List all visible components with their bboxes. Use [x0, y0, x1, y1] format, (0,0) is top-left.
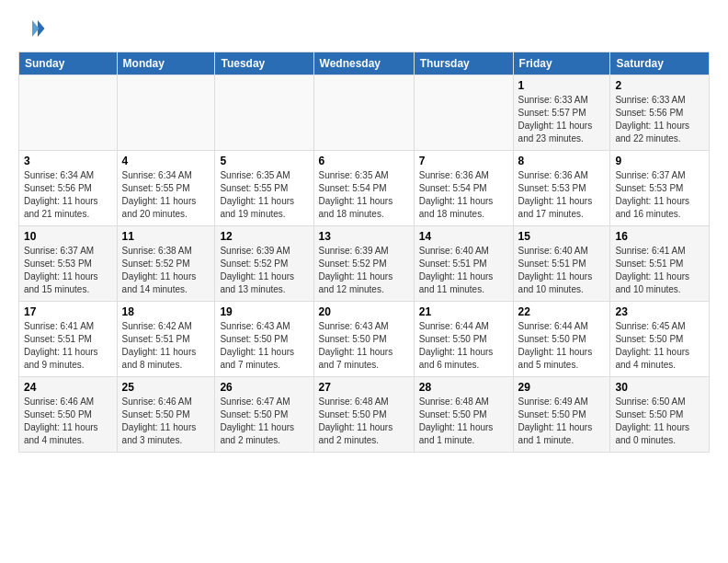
day-header-thursday: Thursday: [414, 52, 513, 75]
calendar-cell: 28Sunrise: 6:48 AM Sunset: 5:50 PM Dayli…: [414, 377, 513, 453]
day-number: 16: [615, 230, 704, 243]
day-number: 23: [615, 305, 704, 318]
day-info: Sunrise: 6:41 AM Sunset: 5:51 PM Dayligh…: [615, 245, 704, 296]
calendar-week-1: 3Sunrise: 6:34 AM Sunset: 5:56 PM Daylig…: [19, 151, 710, 226]
calendar-cell: 4Sunrise: 6:34 AM Sunset: 5:55 PM Daylig…: [117, 151, 215, 226]
day-number: 11: [122, 230, 210, 243]
day-info: Sunrise: 6:33 AM Sunset: 5:56 PM Dayligh…: [615, 94, 704, 145]
day-number: 9: [615, 155, 704, 167]
day-info: Sunrise: 6:40 AM Sunset: 5:51 PM Dayligh…: [419, 245, 508, 296]
calendar-cell: [215, 75, 313, 151]
day-info: Sunrise: 6:43 AM Sunset: 5:50 PM Dayligh…: [319, 320, 409, 372]
day-info: Sunrise: 6:49 AM Sunset: 5:50 PM Dayligh…: [518, 396, 606, 447]
day-header-monday: Monday: [117, 52, 215, 75]
calendar-cell: 11Sunrise: 6:38 AM Sunset: 5:52 PM Dayli…: [117, 226, 215, 302]
day-info: Sunrise: 6:42 AM Sunset: 5:51 PM Dayligh…: [122, 320, 210, 372]
calendar-table: SundayMondayTuesdayWednesdayThursdayFrid…: [18, 52, 710, 453]
day-number: 27: [319, 381, 409, 394]
calendar-cell: 30Sunrise: 6:50 AM Sunset: 5:50 PM Dayli…: [610, 377, 710, 453]
calendar-cell: 8Sunrise: 6:36 AM Sunset: 5:53 PM Daylig…: [513, 151, 610, 226]
day-info: Sunrise: 6:46 AM Sunset: 5:50 PM Dayligh…: [24, 396, 112, 447]
calendar-cell: [414, 75, 513, 151]
day-number: 1: [518, 79, 606, 92]
day-number: 17: [24, 305, 112, 318]
calendar-cell: 15Sunrise: 6:40 AM Sunset: 5:51 PM Dayli…: [513, 226, 610, 302]
day-number: 28: [419, 381, 508, 394]
day-number: 15: [518, 230, 606, 243]
day-info: Sunrise: 6:38 AM Sunset: 5:52 PM Dayligh…: [122, 245, 210, 296]
day-number: 14: [419, 230, 508, 243]
day-header-friday: Friday: [513, 52, 610, 75]
calendar-cell: 9Sunrise: 6:37 AM Sunset: 5:53 PM Daylig…: [610, 151, 710, 226]
day-number: 26: [220, 381, 308, 394]
day-number: 18: [122, 305, 210, 318]
calendar-cell: [117, 75, 215, 151]
day-info: Sunrise: 6:48 AM Sunset: 5:50 PM Dayligh…: [419, 396, 508, 447]
calendar-cell: 24Sunrise: 6:46 AM Sunset: 5:50 PM Dayli…: [19, 377, 118, 453]
day-info: Sunrise: 6:45 AM Sunset: 5:50 PM Dayligh…: [615, 320, 704, 372]
calendar-week-4: 24Sunrise: 6:46 AM Sunset: 5:50 PM Dayli…: [19, 377, 710, 453]
header: [18, 15, 710, 42]
day-number: 19: [220, 305, 308, 318]
calendar-cell: 17Sunrise: 6:41 AM Sunset: 5:51 PM Dayli…: [19, 302, 118, 377]
page: SundayMondayTuesdayWednesdayThursdayFrid…: [0, 0, 728, 563]
calendar-cell: 18Sunrise: 6:42 AM Sunset: 5:51 PM Dayli…: [117, 302, 215, 377]
calendar-week-2: 10Sunrise: 6:37 AM Sunset: 5:53 PM Dayli…: [19, 226, 710, 302]
calendar-cell: 14Sunrise: 6:40 AM Sunset: 5:51 PM Dayli…: [414, 226, 513, 302]
calendar-cell: 13Sunrise: 6:39 AM Sunset: 5:52 PM Dayli…: [313, 226, 414, 302]
day-info: Sunrise: 6:46 AM Sunset: 5:50 PM Dayligh…: [122, 396, 210, 447]
calendar-cell: 19Sunrise: 6:43 AM Sunset: 5:50 PM Dayli…: [215, 302, 313, 377]
calendar-header-row: SundayMondayTuesdayWednesdayThursdayFrid…: [19, 52, 710, 75]
calendar-cell: [313, 75, 414, 151]
day-info: Sunrise: 6:33 AM Sunset: 5:57 PM Dayligh…: [518, 94, 606, 145]
day-number: 8: [518, 155, 606, 167]
day-number: 10: [24, 230, 112, 243]
day-info: Sunrise: 6:37 AM Sunset: 5:53 PM Dayligh…: [615, 169, 704, 221]
calendar-cell: 29Sunrise: 6:49 AM Sunset: 5:50 PM Dayli…: [513, 377, 610, 453]
logo: [18, 15, 50, 42]
day-info: Sunrise: 6:40 AM Sunset: 5:51 PM Dayligh…: [518, 245, 606, 296]
day-number: 12: [220, 230, 308, 243]
day-number: 13: [319, 230, 409, 243]
day-info: Sunrise: 6:47 AM Sunset: 5:50 PM Dayligh…: [220, 396, 308, 447]
day-number: 5: [220, 155, 308, 167]
day-info: Sunrise: 6:35 AM Sunset: 5:54 PM Dayligh…: [319, 169, 409, 221]
day-info: Sunrise: 6:36 AM Sunset: 5:54 PM Dayligh…: [419, 169, 508, 221]
day-info: Sunrise: 6:44 AM Sunset: 5:50 PM Dayligh…: [419, 320, 508, 372]
day-number: 30: [615, 381, 704, 394]
day-number: 4: [122, 155, 210, 167]
calendar-cell: 22Sunrise: 6:44 AM Sunset: 5:50 PM Dayli…: [513, 302, 610, 377]
calendar-cell: 10Sunrise: 6:37 AM Sunset: 5:53 PM Dayli…: [19, 226, 118, 302]
calendar-week-0: 1Sunrise: 6:33 AM Sunset: 5:57 PM Daylig…: [19, 75, 710, 151]
day-number: 7: [419, 155, 508, 167]
calendar-cell: 23Sunrise: 6:45 AM Sunset: 5:50 PM Dayli…: [610, 302, 710, 377]
day-header-tuesday: Tuesday: [215, 52, 313, 75]
calendar-cell: 1Sunrise: 6:33 AM Sunset: 5:57 PM Daylig…: [513, 75, 610, 151]
calendar-cell: 2Sunrise: 6:33 AM Sunset: 5:56 PM Daylig…: [610, 75, 710, 151]
day-info: Sunrise: 6:48 AM Sunset: 5:50 PM Dayligh…: [319, 396, 409, 447]
calendar-cell: 6Sunrise: 6:35 AM Sunset: 5:54 PM Daylig…: [313, 151, 414, 226]
day-number: 21: [419, 305, 508, 318]
calendar-week-3: 17Sunrise: 6:41 AM Sunset: 5:51 PM Dayli…: [19, 302, 710, 377]
day-info: Sunrise: 6:43 AM Sunset: 5:50 PM Dayligh…: [220, 320, 308, 372]
day-info: Sunrise: 6:34 AM Sunset: 5:55 PM Dayligh…: [122, 169, 210, 221]
calendar-cell: 16Sunrise: 6:41 AM Sunset: 5:51 PM Dayli…: [610, 226, 710, 302]
calendar-cell: 21Sunrise: 6:44 AM Sunset: 5:50 PM Dayli…: [414, 302, 513, 377]
day-number: 2: [615, 79, 704, 92]
day-info: Sunrise: 6:39 AM Sunset: 5:52 PM Dayligh…: [220, 245, 308, 296]
day-info: Sunrise: 6:41 AM Sunset: 5:51 PM Dayligh…: [24, 320, 112, 372]
calendar-cell: 12Sunrise: 6:39 AM Sunset: 5:52 PM Dayli…: [215, 226, 313, 302]
day-info: Sunrise: 6:44 AM Sunset: 5:50 PM Dayligh…: [518, 320, 606, 372]
day-number: 29: [518, 381, 606, 394]
day-header-sunday: Sunday: [19, 52, 118, 75]
day-number: 6: [319, 155, 409, 167]
day-info: Sunrise: 6:39 AM Sunset: 5:52 PM Dayligh…: [319, 245, 409, 296]
day-info: Sunrise: 6:37 AM Sunset: 5:53 PM Dayligh…: [24, 245, 112, 296]
calendar-cell: [19, 75, 118, 151]
calendar-cell: 7Sunrise: 6:36 AM Sunset: 5:54 PM Daylig…: [414, 151, 513, 226]
day-number: 22: [518, 305, 606, 318]
calendar-cell: 3Sunrise: 6:34 AM Sunset: 5:56 PM Daylig…: [19, 151, 118, 226]
day-number: 20: [319, 305, 409, 318]
calendar-cell: 5Sunrise: 6:35 AM Sunset: 5:55 PM Daylig…: [215, 151, 313, 226]
calendar-cell: 26Sunrise: 6:47 AM Sunset: 5:50 PM Dayli…: [215, 377, 313, 453]
